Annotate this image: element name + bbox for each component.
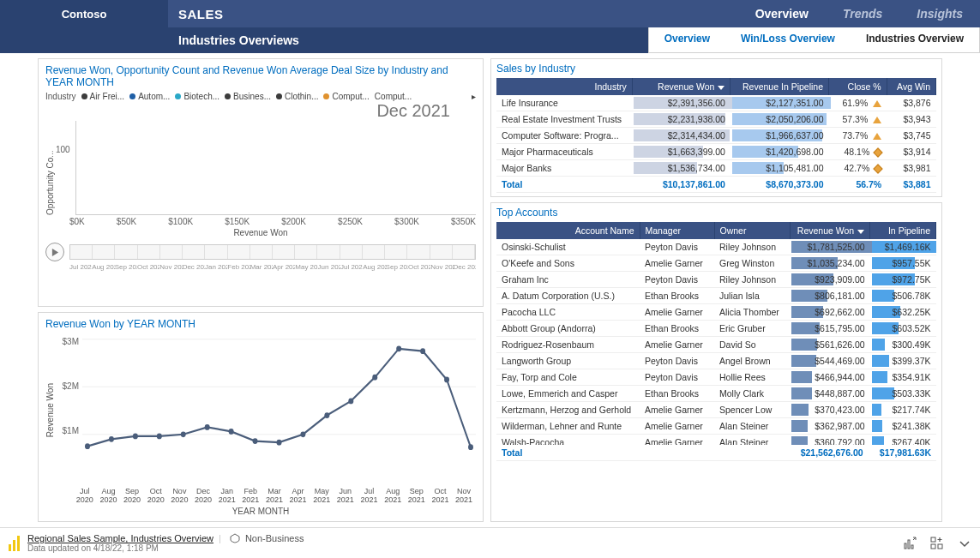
sbi-col-close[interactable]: Close % bbox=[829, 78, 887, 95]
legend-item[interactable]: Clothin... bbox=[276, 92, 318, 101]
svg-rect-25 bbox=[908, 540, 910, 549]
ta-col-won[interactable]: Revenue Won bbox=[790, 222, 870, 239]
main-tabs: Overview Trends Insights bbox=[738, 0, 980, 27]
ta-col-account[interactable]: Account Name bbox=[496, 222, 640, 239]
table-row[interactable]: A. Datum Corporation (U.S.)Ethan BrooksJ… bbox=[496, 288, 936, 304]
ta-total-row: Total $21,562,676.00 $17,981.63K bbox=[496, 445, 936, 461]
sub-tabs: Overview Win/Loss Overview Industries Ov… bbox=[648, 27, 980, 53]
ta-col-pipe[interactable]: In Pipeline bbox=[870, 222, 936, 239]
sales-by-industry-card: Sales by Industry Industry Revenue Won R… bbox=[490, 58, 942, 197]
svg-rect-29 bbox=[938, 544, 942, 549]
legend-item[interactable]: Autom... bbox=[129, 92, 170, 101]
svg-point-11 bbox=[253, 438, 258, 444]
svg-point-5 bbox=[109, 436, 114, 442]
diamond-icon bbox=[874, 165, 883, 174]
chart-expand-icon[interactable] bbox=[903, 537, 917, 550]
line-y-ticks: $3M $2M $1M bbox=[55, 333, 82, 488]
line-chart-card: Revenue Won by YEAR MONTH Revenue Won $3… bbox=[38, 312, 484, 522]
top-accounts-card: Top Accounts Account Name Manager Owner … bbox=[490, 202, 942, 522]
table-row[interactable]: Lowe, Emmerich and CasperEthan BrooksMol… bbox=[496, 386, 936, 402]
svg-point-10 bbox=[229, 429, 234, 435]
svg-point-4 bbox=[85, 443, 90, 449]
ta-title: Top Accounts bbox=[496, 207, 936, 219]
scatter-y-label: Opportunity Co... bbox=[45, 121, 55, 215]
table-row[interactable]: Pacocha LLCAmelie GarnerAlicia Thomber $… bbox=[496, 304, 936, 321]
scatter-plot-area[interactable]: 100 bbox=[75, 121, 476, 215]
app-title: SALES bbox=[168, 0, 738, 27]
svg-point-8 bbox=[181, 431, 186, 437]
status-bar: Regional Sales Sample, Industries Overvi… bbox=[0, 527, 980, 558]
table-row[interactable]: Computer Software: Progra... $2,314,434.… bbox=[496, 128, 936, 144]
legend-item[interactable]: Air Frei... bbox=[81, 92, 125, 101]
sub-tab-industries[interactable]: Industries Overview bbox=[851, 27, 979, 52]
svg-point-13 bbox=[300, 431, 305, 437]
main-tab-insights[interactable]: Insights bbox=[899, 0, 980, 27]
table-row[interactable]: Fay, Torp and ColePeyton DavisHollie Ree… bbox=[496, 369, 936, 386]
svg-point-15 bbox=[348, 399, 353, 405]
ta-col-manager[interactable]: Manager bbox=[640, 222, 714, 239]
table-row[interactable]: Kertzmann, Herzog and GerholdAmelie Garn… bbox=[496, 402, 936, 418]
play-button[interactable] bbox=[45, 243, 64, 261]
legend-next-icon[interactable]: ▸ bbox=[472, 92, 476, 101]
legend-label: Industry bbox=[45, 92, 76, 101]
updated-meta: Data updated on 4/18/22, 1:18 PM bbox=[27, 543, 304, 553]
powerbi-icon bbox=[9, 536, 21, 551]
timeline-slider[interactable] bbox=[69, 244, 476, 260]
top-bar: Contoso SALES Overview Trends Insights bbox=[0, 0, 980, 27]
svg-rect-21 bbox=[9, 544, 11, 551]
table-row[interactable]: Life Insurance $2,391,356.00 $2,127,351.… bbox=[496, 95, 936, 111]
report-title[interactable]: Regional Sales Sample, Industries Overvi… bbox=[27, 533, 213, 543]
ta-col-owner[interactable]: Owner bbox=[714, 222, 790, 239]
tag-icon bbox=[230, 533, 240, 543]
scatter-x-ticks: $0K$50K$100K$150K$200K$250K$300K$350K bbox=[69, 217, 476, 226]
table-row[interactable]: Real Estate Investment Trusts $2,231,938… bbox=[496, 111, 936, 128]
main-tab-overview[interactable]: Overview bbox=[738, 0, 826, 27]
line-x-label: YEAR MONTH bbox=[45, 507, 476, 516]
table-row[interactable]: Major Banks $1,536,734.00 $1,105,481.00 … bbox=[496, 160, 936, 177]
svg-rect-26 bbox=[911, 545, 913, 549]
top-accounts-scroll[interactable]: Account Name Manager Owner Revenue Won I… bbox=[496, 222, 936, 445]
scatter-date-label: Dec 2021 bbox=[45, 101, 476, 121]
sbi-col-pipe[interactable]: Revenue In Pipeline bbox=[730, 78, 829, 95]
table-row[interactable]: Osinski-SchulistPeyton DavisRiley Johnso… bbox=[496, 239, 936, 255]
svg-point-14 bbox=[324, 412, 329, 418]
line-chart-title: Revenue Won by YEAR MONTH bbox=[45, 318, 476, 330]
legend-item[interactable]: Comput... bbox=[323, 92, 369, 101]
table-row[interactable]: Abbott Group (Andorra)Ethan BrooksEric G… bbox=[496, 321, 936, 337]
svg-rect-28 bbox=[931, 544, 935, 549]
sbi-total-row: Total$10,137,861.00$8,670,373.0056.7%$3,… bbox=[496, 177, 936, 193]
table-row[interactable]: Rodriguez-RosenbaumAmelie GarnerDavid So… bbox=[496, 337, 936, 353]
table-row[interactable]: Walsh-PacochaAmelie GarnerAlan Steiner $… bbox=[496, 435, 936, 446]
table-row[interactable]: O'Keefe and SonsAmelie GarnerGreg Winsto… bbox=[496, 255, 936, 272]
legend-item[interactable]: Comput... bbox=[375, 92, 412, 101]
sbi-col-avg[interactable]: Avg Win bbox=[887, 78, 935, 95]
legend-item[interactable]: Busines... bbox=[225, 92, 271, 101]
sbi-col-industry[interactable]: Industry bbox=[496, 78, 632, 95]
sbi-col-won[interactable]: Revenue Won bbox=[632, 78, 730, 95]
main-tab-trends[interactable]: Trends bbox=[826, 0, 899, 27]
grid-add-icon[interactable] bbox=[930, 537, 944, 550]
svg-rect-22 bbox=[13, 540, 15, 551]
table-row[interactable]: Wilderman, Lehner and RunteAmelie Garner… bbox=[496, 418, 936, 435]
svg-point-18 bbox=[420, 348, 425, 354]
sbi-title: Sales by Industry bbox=[496, 63, 936, 75]
sub-bar: Industries Overviews Overview Win/Loss O… bbox=[0, 27, 980, 53]
svg-point-6 bbox=[133, 434, 138, 440]
brand: Contoso bbox=[0, 0, 168, 27]
sbi-table: Industry Revenue Won Revenue In Pipeline… bbox=[496, 78, 936, 193]
scatter-card: Revenue Won, Opportunity Count and Reven… bbox=[38, 58, 484, 307]
line-x-ticks: Jul2020Aug2020Sep2020Oct2020Nov2020Dec20… bbox=[73, 488, 476, 505]
table-row[interactable]: Graham IncPeyton DavisRiley Johnson $923… bbox=[496, 272, 936, 288]
sub-tab-overview[interactable]: Overview bbox=[649, 27, 725, 52]
svg-rect-24 bbox=[905, 543, 906, 549]
ta-table: Account Name Manager Owner Revenue Won I… bbox=[496, 222, 936, 445]
line-plot-area[interactable] bbox=[82, 333, 476, 488]
sub-tab-winloss[interactable]: Win/Loss Overview bbox=[725, 27, 851, 52]
legend-item[interactable]: Biotech... bbox=[175, 92, 219, 101]
svg-rect-23 bbox=[17, 536, 20, 551]
table-row[interactable]: Major Pharmaceuticals $1,663,399.00 $1,4… bbox=[496, 144, 936, 160]
table-row[interactable]: Langworth GroupPeyton DavisAngel Brown $… bbox=[496, 353, 936, 369]
chevron-down-icon[interactable] bbox=[958, 537, 971, 550]
svg-point-16 bbox=[372, 375, 377, 381]
sub-title: Industries Overviews bbox=[168, 27, 648, 53]
